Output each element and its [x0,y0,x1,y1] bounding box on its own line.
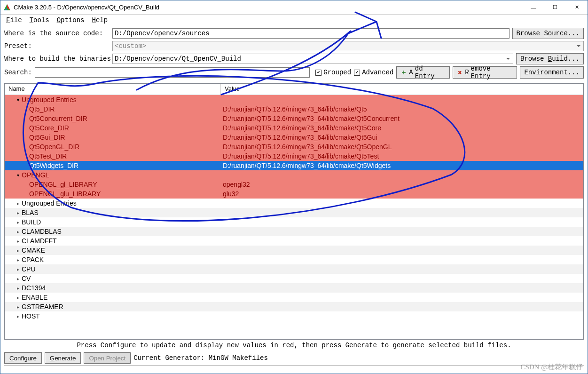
cache-tree: Name Value Ungrouped EntriesQt5_DIRD:/ru… [4,83,584,340]
entry-name: Qt5Core_DIR [29,124,69,132]
search-input[interactable] [35,67,310,78]
entry-name: OPENGL [22,171,49,179]
expand-caret-icon[interactable] [14,248,22,253]
entry-name: OPENGL_gl_LIBRARY [29,181,97,188]
entry-name: GSTREAMER [22,303,63,310]
tree-body[interactable]: Ungrouped EntriesQt5_DIRD:/ruanjian/QT/5… [5,95,583,339]
expand-caret-icon[interactable] [14,239,22,244]
entry-name: Qt5_DIR [29,105,55,113]
group-BUILD[interactable]: BUILD [5,217,583,227]
entry-Qt5Gui_DIR[interactable]: Qt5Gui_DIRD:/ruanjian/QT/5.12.6/mingw73_… [5,133,583,142]
entry-OPENGL_gl_LIBRARY[interactable]: OPENGL_gl_LIBRARYopengl32 [5,180,583,189]
group-opengl[interactable]: OPENGL [5,170,583,180]
group-Ungrouped-Entries[interactable]: Ungrouped Entries [5,199,583,208]
expand-caret-icon[interactable] [14,201,22,206]
entry-value: D:/ruanjian/QT/5.12.6/mingw73_64/lib/cma… [221,124,583,132]
expand-caret-icon[interactable] [14,267,22,272]
entry-Qt5Widgets_DIR[interactable]: Qt5Widgets_DIRD:/ruanjian/QT/5.12.6/ming… [5,161,583,170]
titlebar: CMake 3.20.5 - D:/Opencv/opencv/Qt_OpenC… [0,0,588,15]
entry-name: DC1394 [22,284,46,292]
expand-caret-icon[interactable] [14,295,22,300]
group-DC1394[interactable]: DC1394 [5,283,583,293]
open-project-button[interactable]: Open Project [84,352,131,364]
expand-caret-icon[interactable] [14,304,22,310]
source-path-input[interactable]: D:/Opencv/opencv/sources [112,28,510,39]
expand-caret-icon[interactable] [14,286,22,291]
entry-name: ENABLE [22,294,47,301]
preset-combo[interactable]: <custom> [112,41,584,51]
entry-value: D:/ruanjian/QT/5.12.6/mingw73_64/lib/cma… [221,143,583,151]
entry-Qt5_DIR[interactable]: Qt5_DIRD:/ruanjian/QT/5.12.6/mingw73_64/… [5,104,583,114]
group-GSTREAMER[interactable]: GSTREAMER [5,302,583,311]
entry-name: OPENGL_glu_LIBRARY [29,190,101,198]
group-CLAMDFFT[interactable]: CLAMDFFT [5,236,583,246]
group-CPU[interactable]: CPU [5,264,583,274]
expand-caret-icon[interactable] [14,210,22,215]
entry-name: BLAS [22,209,39,216]
column-name-header[interactable]: Name [5,84,221,95]
bottom-toolbar: Configure Generate Open Project Current … [0,351,588,365]
build-path-input[interactable]: D:/Opencv/opencv/Qt_OpenCV_Build [112,54,513,64]
group-BLAS[interactable]: BLAS [5,208,583,217]
entry-value: D:/ruanjian/QT/5.12.6/mingw73_64/lib/cma… [221,152,583,160]
entry-value: D:/ruanjian/QT/5.12.6/mingw73_64/lib/cma… [221,115,583,122]
entry-value: D:/ruanjian/QT/5.12.6/mingw73_64/lib/cma… [221,134,583,141]
entry-OPENGL_glu_LIBRARY[interactable]: OPENGL_glu_LIBRARYglu32 [5,189,583,199]
close-button[interactable]: ✕ [566,0,588,15]
group-ungrouped-new[interactable]: Ungrouped Entries [5,95,583,104]
entry-name: Qt5OpenGL_DIR [29,143,79,151]
x-icon: ✖ [457,69,463,76]
menu-file[interactable]: File [3,16,25,25]
output-preview [4,365,584,374]
expand-caret-icon[interactable] [14,314,22,319]
plus-icon: ＋ [400,69,407,76]
column-value-header[interactable]: Value [221,84,583,95]
group-HOST[interactable]: HOST [5,311,583,321]
browse-build-button[interactable]: Browse Build... [516,53,584,64]
entry-name: Qt5Widgets_DIR [29,162,78,169]
entry-name: BUILD [22,218,41,226]
expand-caret-icon[interactable] [14,97,22,103]
maximize-button[interactable]: ☐ [544,0,566,15]
cmake-gui-window: CMake 3.20.5 - D:/Opencv/opencv/Qt_OpenC… [0,0,588,374]
build-label: Where to build the binaries: [4,55,110,63]
entry-Qt5Test_DIR[interactable]: Qt5Test_DIRD:/ruanjian/QT/5.12.6/mingw73… [5,151,583,161]
generate-button[interactable]: Generate [45,352,81,364]
grouped-checkbox[interactable]: ✔Grouped [315,69,351,76]
expand-caret-icon[interactable] [14,220,22,225]
search-label: Search: [4,69,32,76]
advanced-checkbox[interactable]: ✔Advanced [354,69,393,76]
remove-entry-button[interactable]: ✖Remove Entry [453,66,517,79]
hint-text: Press Configure to update and display ne… [0,340,588,351]
configure-button[interactable]: Configure [4,352,42,364]
entry-name: CMAKE [22,247,45,254]
expand-caret-icon[interactable] [14,173,22,178]
expand-caret-icon[interactable] [14,257,22,263]
group-CMAKE[interactable]: CMAKE [5,246,583,255]
menu-help[interactable]: Help [89,16,110,25]
add-entry-button[interactable]: ＋Add Entry [396,66,449,79]
entry-Qt5Core_DIR[interactable]: Qt5Core_DIRD:/ruanjian/QT/5.12.6/mingw73… [5,123,583,133]
group-CPACK[interactable]: CPACK [5,255,583,264]
group-CLAMDBLAS[interactable]: CLAMDBLAS [5,227,583,236]
current-generator-label: Current Generator: MinGW Makefiles [133,354,268,362]
entry-value: opengl32 [221,181,583,188]
menu-tools[interactable]: Tools [27,16,52,25]
expand-caret-icon[interactable] [14,229,22,234]
entry-Qt5OpenGL_DIR[interactable]: Qt5OpenGL_DIRD:/ruanjian/QT/5.12.6/mingw… [5,142,583,151]
expand-caret-icon[interactable] [14,276,22,281]
entry-name: Qt5Gui_DIR [29,134,65,141]
entry-name: CPU [22,265,36,273]
group-CV[interactable]: CV [5,274,583,283]
group-ENABLE[interactable]: ENABLE [5,293,583,302]
entry-name: CLAMDBLAS [22,228,62,235]
environment-button[interactable]: Environment... [520,66,584,79]
browse-source-button[interactable]: Browse Source... [512,28,584,39]
entry-Qt5Concurrent_DIR[interactable]: Qt5Concurrent_DIRD:/ruanjian/QT/5.12.6/m… [5,114,583,123]
entry-value: D:/ruanjian/QT/5.12.6/mingw73_64/lib/cma… [221,162,583,169]
minimize-button[interactable]: — [523,0,544,15]
menu-options[interactable]: Options [54,16,87,25]
entry-name: Ungrouped Entries [22,96,77,103]
preset-label: Preset: [4,42,110,50]
entry-name: Ungrouped Entries [22,199,77,207]
